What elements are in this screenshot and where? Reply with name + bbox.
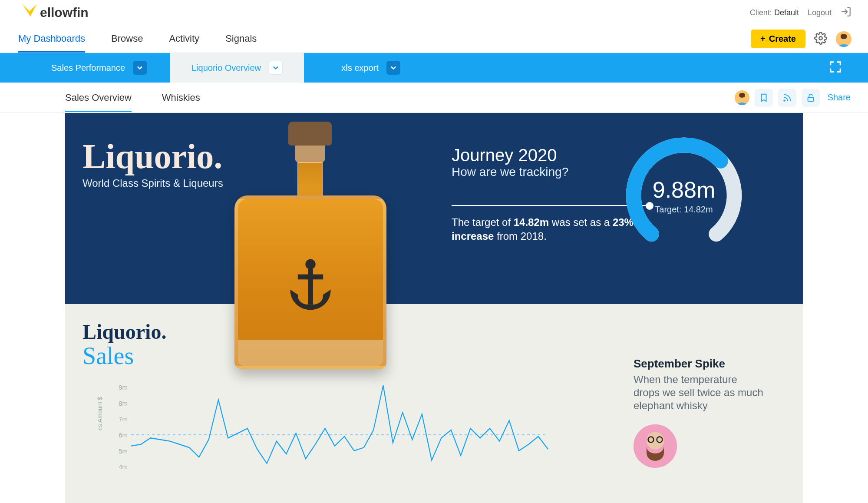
hero-subtitle: World Class Spirits & Liqueurs [83,177,223,189]
dashboard-tab-sales-performance[interactable]: Sales Performance [0,53,170,83]
target-gauge: 9.88m Target: 14.82m [621,132,747,258]
client-label: Client: Default [750,8,799,17]
gauge-value: 9.88m [653,177,716,203]
create-button[interactable]: + Create [751,30,805,48]
sales-panel: Liquorio. Sales September Spike When the… [65,304,803,503]
dashboard-tab-xls-export[interactable]: xls export [304,53,438,83]
plus-icon: + [760,34,766,44]
gauge-target: Target: 14.82m [655,205,713,215]
svg-point-0 [819,36,822,40]
chevron-down-icon[interactable] [386,61,400,75]
lock-icon[interactable] [802,89,820,107]
journey-description: The target of 14.82m was set as a 23% in… [452,215,638,244]
svg-point-9 [647,432,664,450]
svg-rect-4 [808,97,813,101]
logo-icon [22,3,37,22]
user-avatar-icon[interactable] [735,90,749,105]
sales-line-chart: es Amount $ 9m8m7m6m5m4m [105,387,548,483]
y-axis-ticks: 9m8m7m6m5m4m [105,387,130,483]
share-link[interactable]: Share [828,93,851,103]
user-avatar-icon[interactable] [836,31,851,47]
chevron-down-icon[interactable] [133,61,147,75]
nav-signals[interactable]: Signals [225,25,257,53]
svg-rect-6 [308,269,313,305]
hero-banner: Liquorio. World Class Spirits & Liqueurs… [65,113,803,304]
annotation-card: September Spike When the temperature dro… [634,357,764,468]
settings-gear-icon[interactable] [814,32,827,46]
annotation-avatar [634,424,677,468]
nav-browse[interactable]: Browse [111,25,143,53]
dashboard-tab-liquorio-overview[interactable]: Liquorio Overview [170,53,304,83]
panel-title: Liquorio. [83,320,785,344]
broadcast-icon[interactable] [778,89,796,107]
subtab-sales-overview[interactable]: Sales Overview [65,83,132,112]
svg-rect-7 [298,275,323,280]
chevron-down-icon[interactable] [269,61,283,75]
logout-icon[interactable] [840,6,851,20]
y-axis-label: es Amount $ [96,397,103,430]
bookmark-icon[interactable] [755,89,773,107]
hero-title: Liquorio. [83,139,223,174]
svg-point-3 [784,100,785,101]
nav-my-dashboards[interactable]: My Dashboards [18,25,85,53]
logout-link[interactable]: Logout [808,8,832,17]
logo-text: ellowfin [40,5,89,20]
app-logo[interactable]: ellowfin [22,3,89,22]
annotation-body: When the temperature drops we sell twice… [634,373,764,412]
nav-activity[interactable]: Activity [169,25,199,53]
subtab-whiskies[interactable]: Whiskies [162,83,200,112]
annotation-title: September Spike [634,357,764,371]
svg-point-5 [305,259,315,269]
fullscreen-icon[interactable] [829,60,842,75]
